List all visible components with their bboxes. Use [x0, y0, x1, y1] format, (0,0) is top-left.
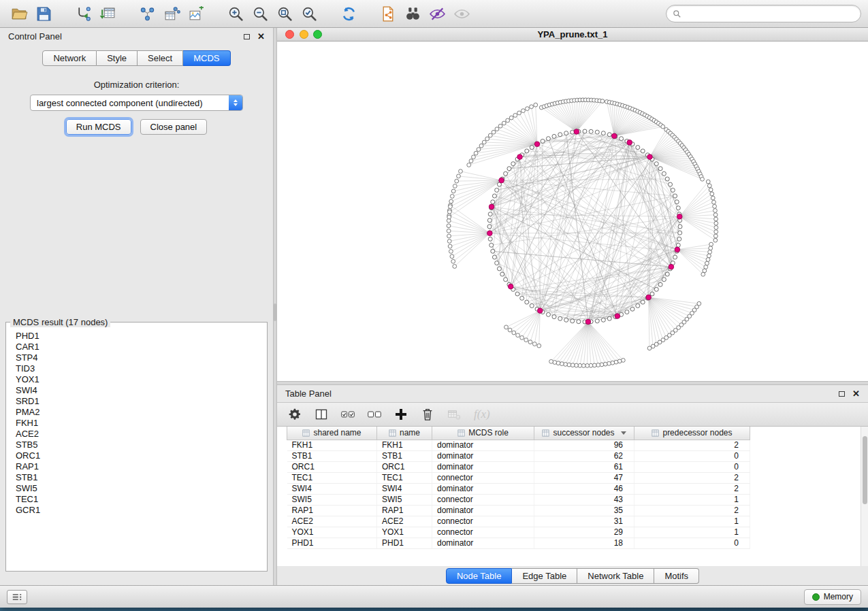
network-node[interactable] [511, 162, 515, 166]
unselect-all-columns-button[interactable] [368, 406, 381, 423]
tab-motifs[interactable]: Motifs [654, 568, 699, 584]
network-node[interactable] [532, 342, 536, 346]
network-node[interactable] [447, 229, 451, 233]
network-node-dominator[interactable] [508, 284, 513, 289]
network-node[interactable] [487, 225, 492, 229]
network-node[interactable] [534, 103, 538, 107]
table-cell-shared-name[interactable]: ACE2 [287, 516, 377, 527]
network-node[interactable] [530, 303, 534, 308]
window-zoom-button[interactable] [313, 30, 322, 39]
table-cell-mcds-role[interactable]: connector [432, 516, 534, 527]
network-node[interactable] [671, 188, 675, 192]
network-node-dominator[interactable] [537, 308, 543, 314]
network-titlebar[interactable]: YPA_prune.txt_1 [277, 28, 868, 42]
import-table-from-file-button[interactable] [95, 3, 120, 24]
close-panel-button[interactable]: Close panel [140, 119, 208, 135]
network-node[interactable] [449, 250, 453, 254]
network-node[interactable] [498, 124, 502, 128]
table-cell-name[interactable]: FKH1 [377, 440, 432, 450]
window-minimize-button[interactable] [300, 30, 308, 39]
table-cell-successor-nodes[interactable]: 31 [534, 516, 634, 527]
network-node[interactable] [661, 125, 665, 129]
network-node[interactable] [560, 362, 564, 366]
network-node[interactable] [650, 292, 654, 296]
network-node[interactable] [558, 316, 562, 320]
memory-button[interactable]: Memory [804, 589, 861, 605]
mcds-result-item[interactable]: RAP1 [16, 461, 267, 472]
network-node[interactable] [546, 312, 550, 316]
network-node[interactable] [552, 134, 556, 138]
network-node[interactable] [516, 333, 520, 337]
network-node[interactable] [713, 209, 718, 213]
table-cell-predecessor-nodes[interactable]: 1 [634, 494, 750, 505]
network-node[interactable] [678, 225, 682, 229]
table-cell-successor-nodes[interactable]: 62 [534, 450, 634, 461]
export-table-button[interactable] [159, 3, 184, 24]
table-panel-float-button[interactable] [837, 389, 846, 399]
network-node[interactable] [658, 167, 662, 171]
table-cell-shared-name[interactable]: PHD1 [287, 538, 377, 548]
network-node[interactable] [488, 237, 492, 241]
network-node[interactable] [447, 215, 451, 219]
table-cell-predecessor-nodes[interactable]: 2 [634, 440, 750, 450]
network-node[interactable] [448, 205, 452, 209]
network-node[interactable] [707, 184, 711, 188]
tab-mcds[interactable]: MCDS [183, 50, 230, 66]
network-node[interactable] [525, 300, 529, 304]
table-row[interactable]: RAP1RAP1dominator352 [287, 505, 863, 516]
table-cell-successor-nodes[interactable]: 46 [534, 483, 634, 494]
network-node[interactable] [541, 139, 545, 143]
table-cell-predecessor-nodes[interactable]: 1 [634, 516, 750, 527]
network-node[interactable] [450, 254, 454, 259]
network-node[interactable] [589, 129, 593, 133]
network-node[interactable] [448, 244, 452, 248]
network-node[interactable] [713, 238, 718, 242]
network-node[interactable] [708, 250, 712, 254]
network-node[interactable] [509, 116, 513, 120]
table-cell-mcds-role[interactable]: connector [432, 527, 534, 538]
network-node[interactable] [611, 361, 615, 365]
table-cell-successor-nodes[interactable]: 96 [534, 440, 634, 450]
network-node-dominator[interactable] [675, 247, 680, 252]
network-node[interactable] [453, 184, 457, 188]
network-node[interactable] [701, 272, 705, 276]
table-cell-successor-nodes[interactable]: 29 [534, 527, 634, 538]
table-cell-name[interactable]: STB1 [377, 450, 432, 461]
tab-style[interactable]: Style [97, 50, 138, 66]
mcds-result-item[interactable]: PMA2 [16, 407, 267, 418]
network-node[interactable] [630, 307, 634, 311]
network-node[interactable] [583, 129, 587, 133]
network-node[interactable] [450, 195, 454, 199]
mcds-result-item[interactable]: SRD1 [16, 396, 267, 407]
splitter-handle-icon[interactable] [274, 303, 276, 321]
network-node[interactable] [495, 188, 499, 192]
table-cell-successor-nodes[interactable]: 47 [534, 472, 634, 483]
network-node[interactable] [507, 167, 511, 171]
network-node[interactable] [625, 310, 629, 314]
column-header-shared-name[interactable]: shared name [287, 427, 377, 440]
table-cell-predecessor-nodes[interactable]: 1 [634, 527, 750, 538]
mcds-result-item[interactable]: STP4 [16, 352, 267, 363]
network-node[interactable] [704, 265, 708, 269]
network-node[interactable] [482, 140, 486, 144]
network-node[interactable] [607, 316, 611, 320]
network-node[interactable] [515, 292, 519, 296]
network-node[interactable] [636, 146, 640, 150]
network-node[interactable] [595, 319, 599, 323]
table-row[interactable]: ACE2ACE2connector311 [287, 516, 863, 527]
network-node[interactable] [457, 174, 461, 178]
network-node[interactable] [491, 200, 495, 204]
delete-column-button[interactable] [421, 406, 434, 423]
search-network-button[interactable] [400, 3, 425, 24]
table-cell-name[interactable]: RAP1 [377, 505, 432, 516]
network-node[interactable] [485, 137, 489, 141]
table-cell-predecessor-nodes[interactable]: 2 [634, 472, 750, 483]
table-row[interactable]: TEC1TEC1connector472 [287, 472, 863, 483]
network-node[interactable] [713, 234, 718, 238]
mcds-result-item[interactable]: ORC1 [16, 450, 267, 461]
network-node[interactable] [513, 114, 517, 118]
table-cell-mcds-role[interactable]: dominator [432, 461, 534, 472]
network-node[interactable] [709, 188, 713, 192]
network-node[interactable] [492, 255, 496, 259]
mcds-result-item[interactable]: SWI5 [16, 483, 267, 494]
